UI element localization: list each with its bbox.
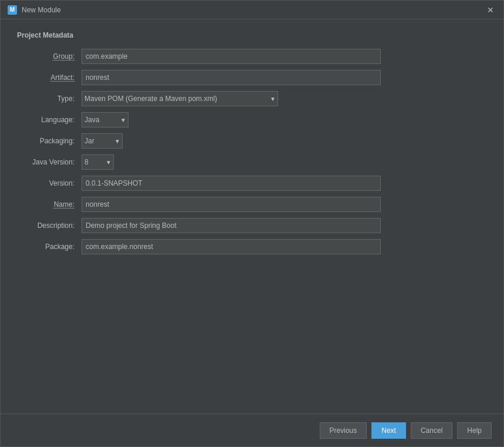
- language-select[interactable]: Java Kotlin Groovy: [82, 112, 128, 127]
- artifact-label: Artifact:: [17, 73, 82, 82]
- description-row: Description:: [17, 218, 487, 233]
- type-row: Type: Maven POM (Generate a Maven pom.xm…: [17, 91, 487, 106]
- description-input[interactable]: [82, 218, 381, 233]
- language-select-wrapper: Java Kotlin Groovy ▼: [82, 112, 128, 127]
- java-version-select-wrapper: 8 11 17 21 ▼: [82, 154, 114, 170]
- section-title: Project Metadata: [17, 31, 487, 39]
- app-icon-letter: M: [10, 6, 15, 13]
- title-bar-left: M New Module: [8, 5, 61, 15]
- name-input[interactable]: [82, 197, 381, 212]
- group-input[interactable]: [82, 49, 381, 64]
- type-label: Type:: [17, 95, 82, 103]
- java-version-label: Java Version:: [17, 158, 82, 166]
- group-row: Group:: [17, 49, 487, 64]
- type-select[interactable]: Maven POM (Generate a Maven pom.xml) Mav…: [82, 91, 278, 106]
- group-label: Group:: [17, 52, 82, 61]
- description-label: Description:: [17, 221, 82, 230]
- java-version-select[interactable]: 8 11 17 21: [82, 154, 114, 170]
- next-button[interactable]: Next: [371, 422, 406, 439]
- version-input[interactable]: [82, 176, 381, 191]
- close-button[interactable]: ✕: [485, 4, 496, 16]
- title-bar: M New Module ✕: [1, 1, 503, 19]
- packaging-row: Packaging: Jar War ▼: [17, 133, 487, 149]
- version-label: Version:: [17, 179, 82, 187]
- artifact-input[interactable]: [82, 70, 381, 85]
- footer: Previous Next Cancel Help: [1, 414, 503, 446]
- packaging-select-wrapper: Jar War ▼: [82, 133, 123, 149]
- version-row: Version:: [17, 176, 487, 191]
- package-row: Package:: [17, 239, 487, 254]
- name-row: Name:: [17, 197, 487, 212]
- dialog-title: New Module: [22, 6, 61, 14]
- dialog-window: M New Module ✕ Project Metadata Group: A…: [0, 0, 504, 447]
- type-select-wrapper: Maven POM (Generate a Maven pom.xml) Mav…: [82, 91, 278, 106]
- package-input[interactable]: [82, 239, 381, 254]
- package-label: Package:: [17, 243, 82, 251]
- language-label: Language:: [17, 116, 82, 124]
- app-icon: M: [8, 5, 17, 15]
- language-row: Language: Java Kotlin Groovy ▼: [17, 112, 487, 127]
- java-version-row: Java Version: 8 11 17 21 ▼: [17, 154, 487, 170]
- packaging-label: Packaging:: [17, 137, 82, 145]
- help-button[interactable]: Help: [457, 422, 492, 439]
- previous-button[interactable]: Previous: [320, 422, 367, 439]
- cancel-button[interactable]: Cancel: [411, 422, 452, 439]
- artifact-row: Artifact:: [17, 70, 487, 85]
- content-area: Project Metadata Group: Artifact: Type: …: [1, 19, 503, 414]
- packaging-select[interactable]: Jar War: [82, 133, 123, 149]
- name-label: Name:: [17, 200, 82, 209]
